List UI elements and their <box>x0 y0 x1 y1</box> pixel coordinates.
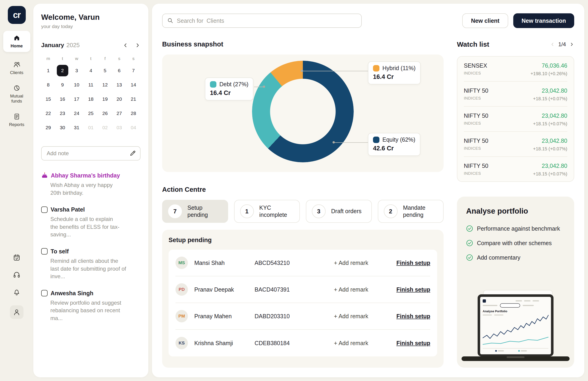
watch-list-title: Watch list <box>457 41 489 48</box>
todo-description: Schedule a call to explain the benefits … <box>50 215 122 238</box>
calendar-day[interactable]: 6 <box>113 65 125 76</box>
action-card-kyc-incomplete[interactable]: 1 KYC incomplete <box>234 200 300 223</box>
finish-setup-link[interactable]: Finish setup <box>397 313 430 320</box>
client-name: Pranav Deepak <box>194 286 254 293</box>
calendar-day[interactable]: 7 <box>128 65 139 76</box>
calendar-day[interactable]: 31 <box>71 122 82 133</box>
todo-item: Anwesha Singh Review portfolio and sugge… <box>41 290 141 322</box>
list-item[interactable]: NIFTY 50INDICES 23,042.80+18.15 (+0.07%) <box>464 132 567 157</box>
sidebar-item-home[interactable]: Home <box>3 31 30 52</box>
calendar-day-muted[interactable]: 03 <box>113 122 125 133</box>
list-item[interactable]: NIFTY 50INDICES 23,042.80+18.15 (+0.07%) <box>464 107 567 132</box>
calendar-day[interactable]: 3 <box>71 65 82 76</box>
support-headset-icon[interactable] <box>13 271 21 278</box>
avatar: KS <box>175 337 188 349</box>
calendar-day[interactable]: 26 <box>99 108 111 119</box>
calendar-nav <box>123 42 141 48</box>
mutual-funds-icon <box>13 85 20 91</box>
watchlist-next-icon[interactable] <box>569 42 574 47</box>
calendar-day[interactable]: 19 <box>99 93 111 105</box>
calendar-day[interactable]: 22 <box>42 108 54 119</box>
calendar-day[interactable]: 30 <box>57 122 68 133</box>
client-code: ABCD543210 <box>254 260 334 266</box>
calendar-day[interactable]: 20 <box>113 93 125 105</box>
tasks-calendar-icon[interactable] <box>13 254 21 261</box>
list-item[interactable]: NIFTY 50INDICES 23,042.80+18.15 (+0.07%) <box>464 82 567 107</box>
calendar-day[interactable]: 1 <box>42 65 54 76</box>
calendar-day[interactable]: 14 <box>128 79 139 91</box>
hybrid-amount: 16.4 Cr <box>373 73 416 81</box>
list-item[interactable]: NIFTY 50INDICES 23,042.80+18.15 (+0.07%) <box>464 157 567 181</box>
calendar-day[interactable]: 13 <box>113 79 125 91</box>
calendar-day[interactable]: 25 <box>85 108 97 119</box>
calendar-day-selected[interactable]: 2 <box>57 65 68 76</box>
calendar-day[interactable]: 27 <box>113 108 125 119</box>
calendar-day-muted[interactable]: 02 <box>99 122 111 133</box>
notifications-bell-icon[interactable] <box>13 288 21 296</box>
action-card-count: 1 <box>240 204 254 218</box>
action-card-mandate-pending[interactable]: 2 Mandate pending <box>378 200 444 223</box>
search-input[interactable] <box>177 18 357 24</box>
change: +198.10 (+0.26%) <box>530 71 567 76</box>
hybrid-callout: Hybrid (11%) 16.4 Cr <box>368 61 420 85</box>
calendar-day[interactable]: 4 <box>85 65 97 76</box>
calendar-day[interactable]: 5 <box>99 65 111 76</box>
new-transaction-button[interactable]: New transaction <box>513 13 574 28</box>
sidebar-item-label: Clients <box>6 70 28 75</box>
sidebar-item-label: Home <box>6 43 28 49</box>
todo-checkbox[interactable] <box>41 290 48 296</box>
debt-label: Debt (27%) <box>219 81 248 88</box>
calendar-day[interactable]: 8 <box>42 79 54 91</box>
sidebar-item-label: Mutual funds <box>6 94 28 104</box>
todo-checkbox[interactable] <box>41 207 48 213</box>
calendar-day[interactable]: 21 <box>128 93 139 105</box>
calendar-day[interactable]: 15 <box>42 93 54 105</box>
calendar-day[interactable]: 9 <box>57 79 68 91</box>
birthday-event: Abhay Sharma’s birthday Wish Abhay a ver… <box>41 172 141 197</box>
todo-checkbox[interactable] <box>41 248 48 254</box>
calendar-day[interactable]: 11 <box>85 79 97 91</box>
symbol: NIFTY 50 <box>464 112 488 119</box>
calendar-day[interactable]: 17 <box>71 93 82 105</box>
calendar-day[interactable]: 29 <box>42 122 54 133</box>
setup-pending-section: Setup pending MS Mansi Shah ABCD543210 +… <box>162 230 443 368</box>
add-remark-button[interactable]: + Add remark <box>334 286 368 293</box>
finish-setup-link[interactable]: Finish setup <box>397 260 430 266</box>
calendar-day[interactable]: 16 <box>57 93 68 105</box>
calendar-day[interactable]: 10 <box>71 79 82 91</box>
price: 76,036.46 <box>530 62 567 69</box>
new-client-button[interactable]: New client <box>462 13 508 28</box>
sidebar-item-clients[interactable]: Clients <box>3 61 30 75</box>
category: INDICES <box>464 71 487 76</box>
list-item[interactable]: SENSEXINDICES 76,036.46+198.10 (+0.26%) <box>464 57 567 82</box>
finish-setup-link[interactable]: Finish setup <box>397 340 430 346</box>
calendar-prev-icon[interactable] <box>123 42 128 48</box>
pencil-icon[interactable] <box>129 150 136 157</box>
calendar-day[interactable]: 12 <box>99 79 111 91</box>
add-remark-button[interactable]: + Add remark <box>334 340 368 346</box>
avatar: PD <box>175 283 188 296</box>
sidebar-item-reports[interactable]: Reports <box>3 113 30 127</box>
watchlist-prev-icon[interactable] <box>550 42 555 47</box>
calendar-day-muted[interactable]: 04 <box>128 122 139 133</box>
add-remark-button[interactable]: + Add remark <box>334 313 368 320</box>
add-note-input[interactable] <box>41 146 141 161</box>
business-snapshot-title: Business snapshot <box>162 41 443 48</box>
profile-button[interactable] <box>10 305 23 319</box>
client-search[interactable] <box>162 14 362 28</box>
avatar: MS <box>175 257 188 269</box>
calendar-day-muted[interactable]: 01 <box>85 122 97 133</box>
action-card-draft-orders[interactable]: 3 Draft orders <box>306 200 372 223</box>
finish-setup-link[interactable]: Finish setup <box>397 286 430 293</box>
calendar-day[interactable]: 23 <box>57 108 68 119</box>
calendar-day[interactable]: 24 <box>71 108 82 119</box>
add-remark-button[interactable]: + Add remark <box>334 260 368 266</box>
action-card-setup-pending[interactable]: 7 Setup pending <box>162 200 228 223</box>
change: +18.15 (+0.07%) <box>533 96 567 101</box>
sidebar-item-mutual-funds[interactable]: Mutual funds <box>3 85 30 104</box>
calendar-day[interactable]: 18 <box>85 93 97 105</box>
calendar-next-icon[interactable] <box>135 42 141 48</box>
weekday-label: s <box>112 56 126 61</box>
calendar-day[interactable]: 28 <box>128 108 139 119</box>
debt-callout: Debt (27%) 16.4 Cr <box>205 78 253 101</box>
